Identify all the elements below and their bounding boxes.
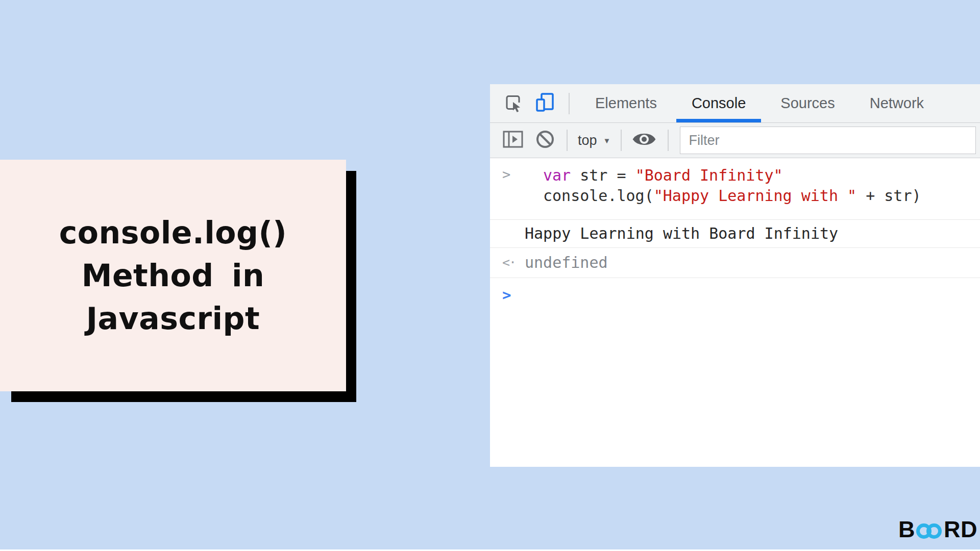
console-input-entry: > var str = "Board Infinity" console.log… xyxy=(490,158,980,220)
devtools-panel: Elements Console Sources Network xyxy=(490,84,980,467)
board-infinity-logo: B RD xyxy=(898,516,977,543)
console-input-chevron-icon: > xyxy=(490,165,543,206)
filter-input[interactable] xyxy=(680,127,976,154)
logo-prefix: B xyxy=(898,516,915,543)
console-prompt-row[interactable]: > xyxy=(490,278,980,314)
console-sidebar-icon xyxy=(502,130,524,151)
title-line-2: Method in xyxy=(59,254,287,297)
console-log-area: > var str = "Board Infinity" console.log… xyxy=(490,158,980,314)
tab-elements-label: Elements xyxy=(595,95,657,112)
log-gutter xyxy=(490,223,525,244)
return-value: undefined xyxy=(525,253,608,273)
devtools-tabs: Elements Console Sources Network xyxy=(578,84,941,122)
console-log-entry: Happy Learning with Board Infinity xyxy=(490,220,980,248)
context-label: top xyxy=(578,133,597,148)
toolbar-separator-2 xyxy=(621,130,622,151)
create-live-expression-button[interactable] xyxy=(632,129,656,152)
return-value-icon: <· xyxy=(490,253,525,273)
device-toolbar-icon xyxy=(535,92,556,115)
title-card: console.log() Method in Javascript xyxy=(0,160,346,391)
tab-sources[interactable]: Sources xyxy=(763,84,852,122)
console-prompt-chevron-icon: > xyxy=(490,285,525,305)
toolbar-separator-3 xyxy=(668,130,669,151)
clear-console-button[interactable] xyxy=(535,129,555,152)
inspect-cursor-icon xyxy=(503,93,523,114)
infinity-icon xyxy=(916,522,943,540)
console-toolbar: top ▼ xyxy=(490,123,980,158)
logo-suffix: RD xyxy=(944,516,977,543)
token-plain: console.log( xyxy=(543,187,654,205)
title-line-3: Javascript xyxy=(59,297,287,340)
console-input-code: var str = "Board Infinity" console.log("… xyxy=(543,165,921,206)
title-line-1: console.log() xyxy=(59,211,287,254)
token-plain: + str) xyxy=(856,187,921,205)
token-string: "Happy Learning with " xyxy=(654,187,856,205)
no-entry-circle-icon xyxy=(535,129,555,152)
toolbar-separator-1 xyxy=(567,130,568,151)
poster-canvas: console.log() Method in Javascript xyxy=(0,0,980,551)
code-line-2: console.log("Happy Learning with " + str… xyxy=(543,186,921,206)
tab-sources-label: Sources xyxy=(780,95,835,112)
eye-icon xyxy=(632,129,656,152)
tab-console-label: Console xyxy=(692,95,746,112)
inspect-element-button[interactable] xyxy=(503,93,523,114)
title-text: console.log() Method in Javascript xyxy=(59,211,287,340)
token-string: "Board Infinity" xyxy=(635,166,783,184)
token-plain: str = xyxy=(571,166,635,184)
devtools-tab-bar: Elements Console Sources Network xyxy=(490,84,980,123)
tabbar-separator xyxy=(569,93,570,114)
log-message: Happy Learning with Board Infinity xyxy=(525,223,838,244)
code-line-1: var str = "Board Infinity" xyxy=(543,165,921,186)
tab-network[interactable]: Network xyxy=(852,84,941,122)
console-return-entry: <· undefined xyxy=(490,248,980,278)
chevron-down-icon: ▼ xyxy=(603,136,611,145)
show-console-sidebar-button[interactable] xyxy=(502,130,524,151)
toggle-device-toolbar-button[interactable] xyxy=(535,92,556,115)
tab-console[interactable]: Console xyxy=(674,84,763,122)
javascript-context-dropdown[interactable]: top ▼ xyxy=(578,133,610,148)
tab-elements[interactable]: Elements xyxy=(578,84,674,122)
tab-network-label: Network xyxy=(870,95,924,112)
token-keyword: var xyxy=(543,166,571,184)
